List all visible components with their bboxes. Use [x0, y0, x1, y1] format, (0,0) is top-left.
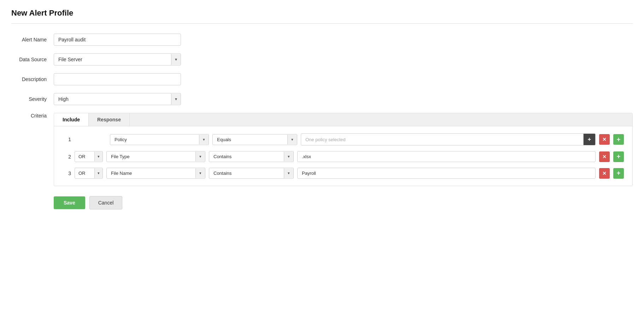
rule-2-remove-button[interactable]: ✕ — [599, 151, 610, 162]
rule-number-2: 2 — [63, 154, 71, 160]
add-icon: + — [617, 169, 621, 177]
alert-name-label: Alert Name — [11, 37, 54, 42]
data-source-value: File Server — [54, 54, 171, 65]
severity-chevron-icon[interactable]: ▾ — [171, 94, 181, 104]
save-button[interactable]: Save — [54, 196, 85, 209]
page-title: New Alert Profile — [11, 8, 633, 18]
alert-name-input[interactable] — [54, 34, 181, 46]
remove-icon: ✕ — [602, 171, 607, 176]
criteria-tabs: Include Response — [54, 113, 632, 126]
rule-2-value-input[interactable] — [297, 151, 596, 162]
criteria-row: Criteria Include Response 1 Policy ▾ — [11, 113, 633, 186]
rule-3-value-input[interactable] — [297, 168, 596, 179]
rule-2-operator-chevron-icon[interactable]: ▾ — [284, 152, 293, 161]
add-icon: + — [617, 136, 621, 143]
severity-value: High — [54, 93, 171, 105]
rule-number-1: 1 — [63, 137, 71, 142]
rule-3-field-select[interactable]: File Name ▾ — [106, 168, 205, 179]
divider — [11, 23, 633, 24]
rule-2-field-chevron-icon[interactable]: ▾ — [195, 152, 205, 161]
remove-icon: ✕ — [602, 137, 607, 142]
rule-2-connector-select[interactable]: OR ▾ — [75, 151, 103, 162]
table-row: 1 Policy ▾ Equals ▾ One policy selected — [63, 133, 624, 145]
severity-row: Severity High ▾ — [11, 93, 633, 105]
rule-1-policy-add-button[interactable]: + — [583, 134, 595, 145]
rule-number-3: 3 — [63, 171, 71, 176]
rule-3-connector-chevron-icon[interactable]: ▾ — [94, 168, 103, 178]
rule-3-add-button[interactable]: + — [613, 168, 624, 179]
rule-1-policy-wrapper: One policy selected + — [301, 133, 596, 145]
data-source-chevron-icon[interactable]: ▾ — [171, 54, 181, 65]
data-source-label: Data Source — [11, 57, 54, 62]
rule-1-policy-text: One policy selected — [301, 134, 583, 145]
data-source-row: Data Source File Server ▾ — [11, 53, 633, 65]
table-row: 3 OR ▾ File Name ▾ Contains ▾ — [63, 168, 624, 179]
data-source-select[interactable]: File Server ▾ — [54, 53, 181, 65]
rule-3-operator-value: Contains — [209, 168, 284, 178]
criteria-body: 1 Policy ▾ Equals ▾ One policy selected — [54, 126, 632, 186]
rule-1-operator-select[interactable]: Equals ▾ — [212, 134, 297, 145]
rule-1-operator-value: Equals — [213, 134, 287, 145]
rule-2-operator-value: Contains — [209, 151, 284, 162]
rule-2-connector-value: OR — [75, 151, 94, 162]
rule-2-add-button[interactable]: + — [613, 151, 624, 162]
rule-2-field-value: File Type — [107, 151, 195, 162]
rule-3-connector-value: OR — [75, 168, 94, 178]
rule-1-add-button[interactable]: + — [613, 134, 624, 145]
form-footer: Save Cancel — [11, 196, 633, 209]
severity-select[interactable]: High ▾ — [54, 93, 181, 105]
rule-2-operator-select[interactable]: Contains ▾ — [209, 151, 294, 162]
rule-1-remove-button[interactable]: ✕ — [599, 134, 610, 145]
rule-3-operator-chevron-icon[interactable]: ▾ — [284, 168, 293, 178]
rule-1-field-select[interactable]: Policy ▾ — [110, 134, 209, 145]
rule-1-field-chevron-icon[interactable]: ▾ — [199, 135, 209, 144]
rule-2-connector-chevron-icon[interactable]: ▾ — [94, 152, 103, 161]
tab-include[interactable]: Include — [54, 113, 89, 126]
rule-2-field-select[interactable]: File Type ▾ — [106, 151, 205, 162]
rule-3-connector-select[interactable]: OR ▾ — [75, 168, 103, 179]
description-row: Description — [11, 73, 633, 85]
tab-response[interactable]: Response — [89, 113, 130, 126]
rule-1-field-value: Policy — [110, 134, 199, 145]
rule-3-remove-button[interactable]: ✕ — [599, 168, 610, 179]
alert-name-row: Alert Name — [11, 34, 633, 46]
description-label: Description — [11, 76, 54, 82]
rule-1-operator-chevron-icon[interactable]: ▾ — [287, 135, 297, 144]
rule-3-operator-select[interactable]: Contains ▾ — [209, 168, 294, 179]
cancel-button[interactable]: Cancel — [89, 196, 123, 209]
add-icon: + — [617, 153, 621, 160]
criteria-panel: Include Response 1 Policy ▾ Equals — [54, 113, 633, 186]
criteria-label: Criteria — [11, 113, 54, 119]
severity-label: Severity — [11, 96, 54, 102]
description-input[interactable] — [54, 73, 181, 85]
remove-icon: ✕ — [602, 154, 607, 160]
rule-3-field-chevron-icon[interactable]: ▾ — [195, 168, 205, 178]
rule-3-field-value: File Name — [107, 168, 195, 178]
table-row: 2 OR ▾ File Type ▾ Contains ▾ — [63, 151, 624, 162]
form-section: Alert Name Data Source File Server ▾ Des… — [11, 34, 633, 186]
